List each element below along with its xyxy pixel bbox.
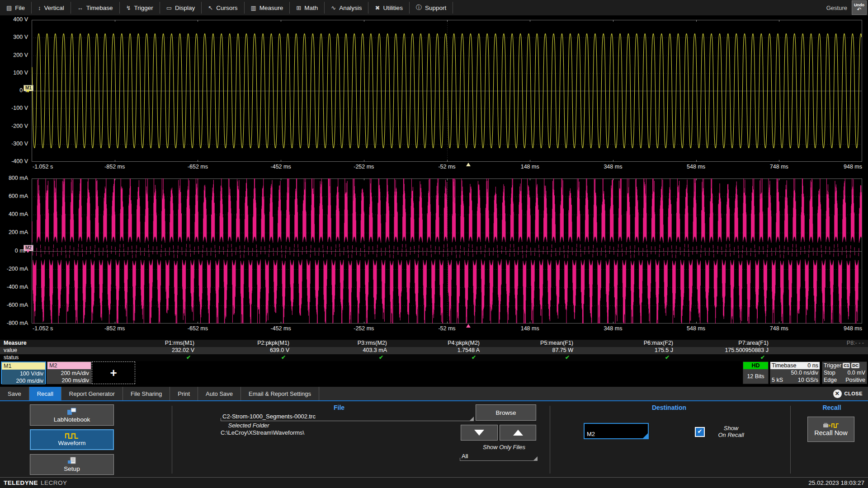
y-tick-label: 800 mA bbox=[0, 175, 28, 182]
selected-folder-label: Selected Folder bbox=[203, 422, 294, 429]
trigger-coupling-badge: DC bbox=[851, 363, 859, 368]
menu-item-vertical[interactable]: ↕Vertical bbox=[32, 2, 71, 14]
setup-button[interactable]: Setup bbox=[30, 454, 114, 475]
x-tick-label: -1.052 s bbox=[33, 164, 53, 170]
waveform-icon bbox=[65, 433, 79, 439]
menu-item-measure[interactable]: ▥Measure bbox=[245, 2, 290, 14]
y-tick-label: 400 V bbox=[0, 16, 28, 23]
tab-save[interactable]: Save bbox=[0, 387, 29, 400]
y-tick-label: -600 mA bbox=[0, 302, 28, 309]
setup-label: Setup bbox=[64, 465, 80, 472]
menu-item-utilities[interactable]: ✖Utilities bbox=[368, 2, 409, 14]
tab-report-generator[interactable]: Report Generator bbox=[61, 387, 123, 400]
timebase-title: Timebase bbox=[772, 362, 796, 369]
measure-status-check-icon: ✔ bbox=[204, 354, 286, 361]
x-tick-label: 148 ms bbox=[521, 325, 539, 332]
gesture-label: Gesture bbox=[826, 5, 847, 11]
timebase-per-div: 50.0 ns/div bbox=[770, 369, 820, 376]
menu-item-timebase[interactable]: ↔Timebase bbox=[71, 2, 120, 14]
y-tick-label: 200 V bbox=[0, 52, 28, 59]
undo-button[interactable]: Undo ↶ bbox=[852, 0, 867, 15]
trigger-time-marker-voltage[interactable] bbox=[466, 163, 471, 166]
tab-email-report-settings[interactable]: Email & Report Settings bbox=[241, 387, 319, 400]
y-tick-label: 300 V bbox=[0, 34, 28, 41]
y-tick-label: -400 V bbox=[0, 158, 28, 165]
measure-value-row: value 232.02 V639.0 V403.3 mA1.7548 A87.… bbox=[0, 347, 868, 354]
menu-item-trigger[interactable]: ↯Trigger bbox=[120, 2, 160, 14]
menu-item-math[interactable]: ⊞Math bbox=[290, 2, 325, 14]
file-filter-dropdown[interactable]: All bbox=[460, 450, 538, 461]
m1-zero-level-marker bbox=[26, 90, 30, 93]
menu-item-analysis[interactable]: ∿Analysis bbox=[325, 2, 368, 14]
plus-icon: + bbox=[110, 366, 117, 380]
measure-param-label: P6:max(F2) bbox=[592, 340, 673, 346]
destination-value: M2 bbox=[587, 431, 595, 437]
menu-item-cursors[interactable]: ↖Cursors bbox=[202, 2, 244, 14]
tab-recall[interactable]: Recall bbox=[29, 387, 61, 400]
descriptor-m1-scale: 100 V/div bbox=[2, 370, 43, 377]
show-on-recall-checkbox[interactable]: ✔ bbox=[695, 427, 705, 437]
y-tick-label: -100 V bbox=[0, 105, 28, 112]
menu-item-label: Vertical bbox=[44, 5, 64, 11]
browse-button[interactable]: Browse bbox=[476, 404, 536, 421]
x-tick-label: -452 ms bbox=[271, 164, 291, 170]
x-tick-label: -652 ms bbox=[188, 164, 208, 170]
brand-teledyne: TELEDYNE bbox=[4, 479, 38, 486]
x-tick-label: -252 ms bbox=[354, 164, 374, 170]
menu-bar: ▤File↕Vertical↔Timebase↯Trigger▭Display↖… bbox=[0, 0, 868, 15]
descriptor-m1[interactable]: M1 100 V/div 200 ms/div bbox=[1, 361, 46, 384]
labnotebook-button[interactable]: LabNotebook bbox=[30, 404, 114, 426]
menu-item-support[interactable]: ⓘSupport bbox=[410, 2, 453, 14]
trigger-time-marker-current[interactable] bbox=[466, 324, 471, 328]
hd-mode-box[interactable]: HD 12 Bits bbox=[743, 361, 769, 384]
x-tick-label: 548 ms bbox=[687, 164, 705, 170]
tab-auto-save[interactable]: Auto Save bbox=[198, 387, 241, 400]
x-tick-label: -52 ms bbox=[438, 164, 455, 170]
cursors-icon: ↖ bbox=[208, 5, 213, 11]
x-tick-label: -852 ms bbox=[104, 164, 125, 170]
file-up-button[interactable] bbox=[500, 425, 536, 441]
y-tick-label: 200 mA bbox=[0, 229, 28, 236]
dialog-tabs: SaveRecallReport GeneratorFile SharingPr… bbox=[0, 387, 319, 400]
menu-item-label: Support bbox=[425, 5, 446, 11]
hd-bits: 12 Bits bbox=[743, 369, 768, 384]
measure-status-label: status bbox=[4, 354, 19, 361]
measure-status-check-icon: ✔ bbox=[395, 354, 476, 361]
menu-item-file[interactable]: ▤File bbox=[0, 2, 32, 14]
measure-icon: ▥ bbox=[251, 5, 256, 11]
voltage-plot[interactable] bbox=[32, 20, 862, 162]
current-plot[interactable] bbox=[32, 178, 862, 324]
add-trace-button[interactable]: + bbox=[92, 361, 135, 384]
trigger-box[interactable]: Trigger C1 DC Stop 0.0 mV Edge Positive bbox=[822, 361, 867, 384]
timebase-box[interactable]: Timebase 0 ns 50.0 ns/div 5 kS 10 GS/s bbox=[770, 361, 820, 384]
tab-print[interactable]: Print bbox=[170, 387, 198, 400]
section-divider bbox=[550, 406, 550, 474]
waveform-button[interactable]: Waveform bbox=[30, 429, 114, 450]
filename-input[interactable]: C2-Strom-1000_Segments-0002.trc bbox=[221, 408, 474, 421]
checkmark-icon: ✔ bbox=[698, 428, 703, 435]
x-tick-label: 748 ms bbox=[770, 325, 788, 332]
menu-item-label: Display bbox=[175, 5, 195, 11]
up-arrow-icon bbox=[513, 430, 523, 436]
descriptor-m2[interactable]: M2 200 mA/div 200 ms/div bbox=[47, 361, 91, 384]
file-down-button[interactable] bbox=[461, 425, 498, 441]
menu-item-display[interactable]: ▭Display bbox=[160, 2, 202, 14]
recall-section-header: Recall bbox=[800, 404, 863, 411]
close-label: CLOSE bbox=[844, 391, 863, 396]
utilities-icon: ✖ bbox=[375, 5, 380, 11]
current-waveform-canvas[interactable] bbox=[32, 178, 862, 324]
recall-now-button[interactable]: Recall Now bbox=[807, 417, 854, 442]
x-tick-label: -52 ms bbox=[438, 325, 455, 332]
tab-file-sharing[interactable]: File Sharing bbox=[123, 387, 170, 400]
filename-value: C2-Strom-1000_Segments-0002.trc bbox=[222, 413, 316, 420]
menu-item-label: Math bbox=[304, 5, 318, 11]
m2-zero-level-marker bbox=[26, 250, 30, 253]
measure-param-value: 175.5 J bbox=[592, 347, 673, 353]
section-divider bbox=[172, 406, 172, 474]
trigger-mode: Stop bbox=[824, 369, 835, 376]
close-button[interactable]: ✕ CLOSE bbox=[833, 387, 868, 400]
x-tick-label: -1.052 s bbox=[33, 325, 53, 332]
footer: TELEDYNE LECROY 25.02.2023 18:03:27 bbox=[0, 477, 868, 488]
voltage-waveform-canvas[interactable] bbox=[32, 20, 862, 162]
destination-input[interactable]: M2 bbox=[584, 423, 649, 439]
